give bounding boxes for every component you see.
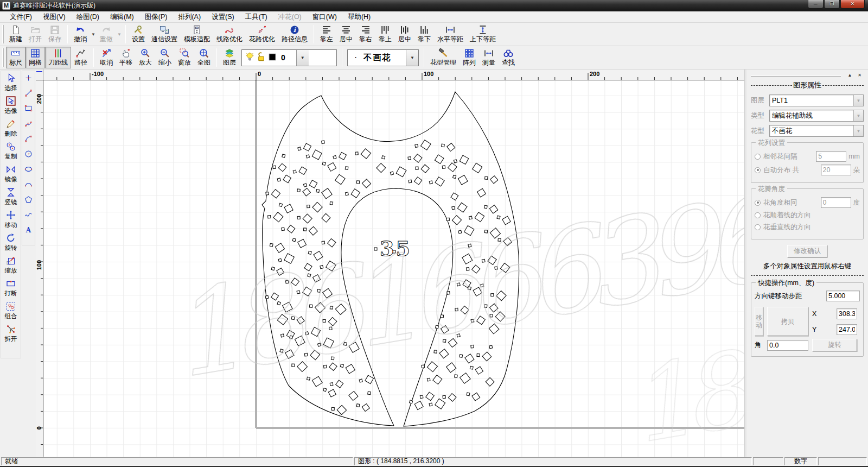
same-angle-input[interactable]: [821, 197, 851, 208]
menu-item-4[interactable]: 图像(P): [139, 11, 173, 23]
edit-tool-group-combine[interactable]: 组合: [1, 299, 21, 322]
menu-item-0[interactable]: 文件(F): [4, 11, 37, 23]
layer-field-combo[interactable]: PLT1 ▼: [769, 94, 864, 106]
menu-item-5[interactable]: 排列(A): [173, 11, 206, 23]
arrow-step-input[interactable]: [826, 291, 860, 301]
toolbar-grip[interactable]: [2, 25, 4, 43]
draw-tool-ellipse[interactable]: [22, 162, 35, 178]
angle-input[interactable]: [767, 340, 808, 351]
toolbar-button-pan-hand[interactable]: 平移: [116, 47, 136, 68]
type-field-dropdown-arrow[interactable]: ▼: [853, 110, 863, 121]
flower-type-combo[interactable]: · 不画花 ▼: [347, 49, 419, 66]
edit-tool-break-point[interactable]: 打断: [1, 276, 21, 299]
edit-tool-select-arrow[interactable]: 选择: [1, 71, 21, 94]
edit-tool-delete-eraser[interactable]: 删除: [1, 117, 21, 140]
toolbar-button-measure[interactable]: 测量: [479, 47, 499, 68]
minimize-button[interactable]: ─: [808, 0, 824, 9]
toolbar-button-align-bottom[interactable]: 靠下: [414, 23, 434, 45]
draw-tool-line[interactable]: [22, 86, 35, 102]
menu-item-8[interactable]: 冲花(O): [273, 11, 307, 23]
toolbar-button-new-file[interactable]: 新建: [6, 23, 25, 45]
draw-tool-polyline[interactable]: [22, 117, 35, 132]
menu-item-7[interactable]: 工具(T): [240, 11, 273, 23]
edit-tool-select-image[interactable]: 选像: [1, 94, 21, 117]
menu-item-10[interactable]: 帮助(H): [342, 11, 376, 23]
toolbar-button-comm-settings[interactable]: 通信设置: [148, 23, 181, 45]
toolbar-button-path[interactable]: 路径: [71, 47, 91, 68]
toolbar-button-path-info[interactable]: i路径信息: [278, 23, 311, 45]
flower-field-dropdown-arrow[interactable]: ▼: [853, 125, 863, 136]
menu-item-6[interactable]: 设置(S): [206, 11, 240, 23]
rotate-button[interactable]: 旋转: [812, 339, 857, 351]
panel-close-icon[interactable]: ✕: [856, 72, 864, 79]
layer-combo-dropdown-arrow[interactable]: ▼: [296, 50, 309, 66]
adjacent-spacing-input[interactable]: [816, 151, 846, 162]
confirm-modify-button[interactable]: 修改确认: [787, 245, 827, 257]
draw-tool-point[interactable]: [22, 71, 35, 86]
edit-tool-mirror-horizontal[interactable]: 镜像: [1, 162, 21, 185]
auto-distribute-count-input[interactable]: [821, 165, 851, 175]
toolbar-button-hammer[interactable]: 花型管理: [427, 47, 459, 68]
toolbar-button-align-left[interactable]: 靠左: [317, 23, 336, 45]
edit-tool-move-cross[interactable]: 移动: [1, 208, 21, 231]
layer-field-dropdown-arrow[interactable]: ▼: [853, 95, 863, 106]
toolbar-button-zoom-all[interactable]: 全图: [194, 47, 214, 68]
draw-tool-curve-arc[interactable]: [22, 178, 35, 193]
toolbar-button-zoom-out[interactable]: 缩小: [155, 47, 175, 68]
draw-tool-rectangle[interactable]: [22, 102, 35, 117]
toolbar-button-layers[interactable]: 图层: [220, 47, 239, 68]
redo-arrow-dropdown-arrow[interactable]: ▼: [116, 23, 123, 45]
toolbar-grip[interactable]: [2, 48, 4, 67]
flower-combo-dropdown-arrow[interactable]: ▼: [406, 50, 418, 66]
toolbar-button-align-hcenter[interactable]: 居中: [336, 23, 356, 45]
menu-item-9[interactable]: 窗口(W): [307, 11, 342, 23]
panel-collapse-icon[interactable]: ▲: [846, 72, 854, 79]
toolbar-button-open-folder[interactable]: 打开: [25, 23, 45, 45]
toolbar-button-line-optimize[interactable]: 线路优化: [213, 23, 246, 45]
edit-tool-ungroup-explode[interactable]: 拆开: [1, 322, 21, 345]
move-button[interactable]: 移动: [755, 307, 763, 336]
y-input[interactable]: [837, 324, 857, 335]
toolbar-button-redo-arrow[interactable]: 重做: [97, 23, 116, 45]
toolbar-button-ruler[interactable]: 标尺: [6, 47, 25, 68]
draw-tool-arc[interactable]: [22, 132, 35, 147]
menu-item-1[interactable]: 视图(V): [37, 11, 71, 23]
draw-tool-circle[interactable]: [22, 147, 35, 162]
toolbar-button-binoculars[interactable]: 查找: [499, 47, 518, 68]
toolbar-button-align-vcenter[interactable]: 居中: [395, 23, 414, 45]
auto-distribute-radio[interactable]: [755, 167, 761, 173]
undo-arrow-dropdown-arrow[interactable]: ▼: [90, 23, 97, 45]
toolbar-button-flower-path-optimize[interactable]: 花路优化: [246, 23, 278, 45]
toolbar-button-h-equal-space[interactable]: 水平等距: [434, 23, 467, 45]
toolbar-button-array-grid[interactable]: 阵列: [459, 47, 479, 68]
restore-button[interactable]: ❐: [824, 0, 840, 9]
toolbar-button-template-fit[interactable]: 模板适配: [181, 23, 213, 45]
toolbar-button-undo-arrow[interactable]: 撤消: [71, 23, 90, 45]
copy-button[interactable]: 拷贝: [767, 307, 808, 336]
adjacent-spacing-radio[interactable]: [755, 154, 761, 160]
toolbar-button-zoom-in[interactable]: 放大: [136, 47, 155, 68]
edit-tool-scale-resize[interactable]: 缩放: [1, 254, 21, 276]
layer-select-combo[interactable]: 0 ▼: [241, 49, 337, 66]
toolbar-button-align-top[interactable]: 靠上: [375, 23, 395, 45]
toolbar-button-zoom-window[interactable]: 窗放: [175, 47, 194, 68]
edit-tool-mirror-vertical[interactable]: 竖镜: [1, 185, 21, 208]
menu-item-2[interactable]: 绘图(D): [71, 11, 105, 23]
edit-tool-rotate-circular[interactable]: 旋转: [1, 231, 21, 254]
draw-tool-text[interactable]: A: [22, 223, 35, 238]
draw-tool-spline[interactable]: [22, 208, 35, 223]
toolbar-button-knife-lines[interactable]: 刀距线: [45, 47, 71, 68]
toolbar-button-save-floppy[interactable]: 保存: [45, 23, 65, 45]
same-angle-radio[interactable]: [755, 200, 761, 206]
drawing-canvas[interactable]: 351861666396118: [43, 80, 744, 457]
close-button[interactable]: ✕: [840, 0, 865, 9]
along-line-radio[interactable]: [755, 212, 761, 218]
toolbar-button-grid[interactable]: 网格: [25, 47, 45, 68]
toolbar-button-align-right[interactable]: 靠右: [356, 23, 375, 45]
flower-field-combo[interactable]: 不画花 ▼: [769, 125, 864, 137]
edit-tool-copy-shapes[interactable]: 复制: [1, 140, 21, 162]
type-field-combo[interactable]: 编辑花辅助线 ▼: [769, 110, 864, 122]
toolbar-button-v-equal-space[interactable]: 上下等距: [467, 23, 499, 45]
draw-tool-polygon[interactable]: [22, 193, 35, 208]
toolbar-button-cancel[interactable]: 取消: [97, 47, 116, 68]
